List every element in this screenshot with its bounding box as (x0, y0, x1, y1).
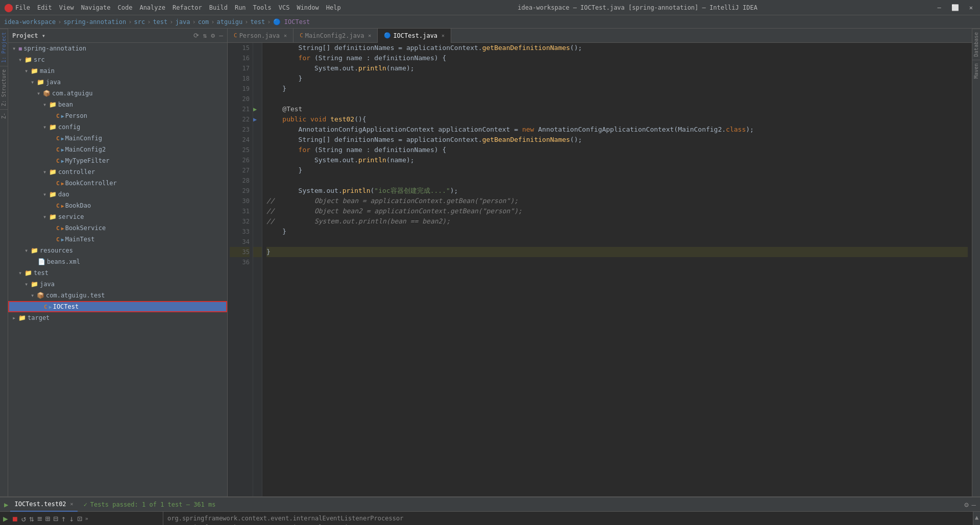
stop-button[interactable]: ⏹ (11, 515, 18, 523)
breadcrumb-com[interactable]: com (198, 18, 209, 26)
tree-item-mainconfig[interactable]: C ▶ MainConfig (8, 133, 227, 144)
tree-item-beans-xml[interactable]: 📄 beans.xml (8, 256, 227, 267)
tree-item-person[interactable]: C ▶ Person (8, 110, 227, 121)
panel-icons[interactable]: ⟳ ⇅ ⚙ — (193, 32, 223, 39)
line-numbers: 15 16 17 18 19 20 21 22 23 24 25 26 27 2… (228, 43, 253, 496)
sidebar-item-z[interactable]: Z- (0, 109, 8, 122)
sidebar-item-database[interactable]: Database (972, 29, 980, 60)
run-test-gutter-icon[interactable]: ▶ (253, 116, 257, 123)
filter-button[interactable]: ≡ (37, 514, 42, 523)
tab-close-button[interactable]: ✕ (368, 33, 371, 38)
window-controls[interactable]: — ⬜ ✕ (935, 4, 976, 11)
menu-vcs[interactable]: VCS (279, 4, 290, 11)
tree-item-target[interactable]: ▸ 📁 target (8, 312, 227, 323)
close-button[interactable]: ✕ (966, 4, 976, 11)
folder-icon: 📁 (37, 79, 44, 86)
tree-item-resources[interactable]: ▾ 📁 resources (8, 245, 227, 256)
tree-item-label: IOCTest (53, 303, 79, 310)
tree-item-bookcontroller[interactable]: C ▶ BookController (8, 178, 227, 189)
settings-icon[interactable]: ⚙ (211, 32, 215, 39)
menu-bar[interactable]: File Edit View Navigate Code Analyze Ref… (15, 4, 341, 11)
tree-item-com-atguigu[interactable]: ▾ 📦 com.atguigu (8, 88, 227, 99)
breadcrumb-atguigu[interactable]: atguigu (217, 18, 243, 26)
export-button[interactable]: ⊡ (77, 514, 82, 523)
class-icon: C (56, 225, 60, 232)
tree-item-bookservice[interactable]: C ▶ BookService (8, 222, 227, 234)
tree-item-service[interactable]: ▾ 📁 service (8, 211, 227, 222)
chevron-right-icon: ▸ (12, 314, 17, 321)
breadcrumb-home[interactable]: idea-workspace (4, 18, 56, 26)
panel-right-icons[interactable]: ⚙ — (964, 501, 976, 509)
tab-run[interactable]: IOCTest.test02 ✕ (10, 497, 77, 512)
breadcrumb-java[interactable]: java (176, 18, 190, 26)
file-icon: C (234, 32, 237, 39)
sort-icon[interactable]: ⇅ (203, 32, 207, 39)
tree-item-java-main[interactable]: ▾ 📁 java (8, 77, 227, 88)
menu-view[interactable]: View (59, 4, 74, 11)
sidebar-item-structure[interactable]: Z: Structure (0, 66, 8, 109)
tree-item-bookdao[interactable]: C ▶ BookDao (8, 200, 227, 211)
menu-help[interactable]: Help (326, 4, 341, 11)
menu-navigate[interactable]: Navigate (81, 4, 111, 11)
tree-item-bean[interactable]: ▾ 📁 bean (8, 99, 227, 110)
tab-close-button[interactable]: ✕ (442, 33, 445, 38)
tree-item-ioctest[interactable]: C ▶ IOCTest (8, 301, 227, 312)
code-line-27: } (266, 165, 968, 176)
tree-item-mytypefilter[interactable]: C ▶ MyTypeFilter (8, 155, 227, 166)
menu-tools[interactable]: Tools (253, 4, 272, 11)
tree-item-main[interactable]: ▾ 📁 main (8, 65, 227, 77)
run-button[interactable]: ▶ (3, 514, 8, 523)
tree-item-src[interactable]: ▾ 📁 src (8, 54, 227, 65)
scroll-down-button[interactable]: ↓ (69, 514, 74, 523)
sort-button[interactable]: ⇅ (29, 514, 34, 523)
menu-refactor[interactable]: Refactor (173, 4, 202, 11)
menu-edit[interactable]: Edit (37, 4, 52, 11)
collapse-icon[interactable]: — (219, 32, 223, 39)
sidebar-item-project[interactable]: 1: Project (0, 29, 8, 66)
rerun-failed-button[interactable]: ↺ (21, 514, 27, 523)
breadcrumb-ioctest[interactable]: 🔵 IOCTest (273, 18, 310, 26)
breadcrumb-src[interactable]: src (134, 18, 145, 26)
tab-close-button[interactable]: ✕ (70, 501, 74, 507)
menu-build[interactable]: Build (209, 4, 228, 11)
menu-code[interactable]: Code (118, 4, 133, 11)
tree-item-maintest[interactable]: C ▶ MainTest (8, 234, 227, 245)
tab-close-button[interactable]: ✕ (284, 33, 287, 38)
menu-window[interactable]: Window (297, 4, 318, 11)
tree-item-java-test[interactable]: ▾ 📁 java (8, 279, 227, 290)
menu-run[interactable]: Run (235, 4, 246, 11)
scroll-up-icon[interactable]: ▲ (975, 514, 978, 521)
tree-item-com-atguigu-test[interactable]: ▾ 📦 com.atguigu.test (8, 290, 227, 301)
breadcrumb-sep7: › (244, 18, 248, 26)
tree-item-mainconfig2[interactable]: C ▶ MainConfig2 (8, 144, 227, 155)
breadcrumb-spring[interactable]: spring-annotation (63, 18, 126, 26)
collapse-icon[interactable]: — (972, 501, 976, 509)
maximize-button[interactable]: ⬜ (948, 4, 962, 11)
more-button[interactable]: » (85, 516, 88, 521)
tree-item-config[interactable]: ▾ 📁 config (8, 121, 227, 133)
tab-person-java[interactable]: C Person.java ✕ (228, 29, 293, 43)
tree-item-controller[interactable]: ▾ 📁 controller (8, 166, 227, 178)
expand-button[interactable]: ⊞ (45, 514, 51, 523)
tree-item-spring-annotation[interactable]: ▾ ◼ spring-annotation (8, 43, 227, 54)
breadcrumb-testpkg[interactable]: test (250, 18, 265, 26)
tab-mainconfig2-java[interactable]: C MainConfig2.java ✕ (293, 29, 378, 43)
sidebar-item-maven[interactable]: Maven (972, 60, 980, 82)
tree-item-label: Person (65, 112, 87, 119)
menu-file[interactable]: File (15, 4, 30, 11)
run-gutter-icon[interactable]: ▶ (253, 106, 257, 113)
sync-icon[interactable]: ⟳ (193, 32, 199, 39)
scroll-up-button[interactable]: ↑ (61, 514, 66, 523)
chevron-down-icon: ▾ (31, 79, 36, 86)
menu-analyze[interactable]: Analyze (139, 4, 165, 11)
breadcrumb-test[interactable]: test (153, 18, 167, 26)
run-output-scrollbar[interactable]: ▲ ▼ (973, 512, 980, 525)
settings-icon[interactable]: ⚙ (964, 501, 968, 509)
class-icon: C (56, 135, 60, 142)
tab-ioctest-java[interactable]: 🔵 IOCTest.java ✕ (378, 29, 451, 43)
tree-item-dao[interactable]: ▾ 📁 dao (8, 189, 227, 200)
tree-item-test[interactable]: ▾ 📁 test (8, 267, 227, 279)
code-line-15: String[] definitionNames = applicationCo… (266, 43, 968, 53)
minimize-button[interactable]: — (935, 4, 944, 11)
collapse-tests-button[interactable]: ⊟ (53, 514, 58, 523)
